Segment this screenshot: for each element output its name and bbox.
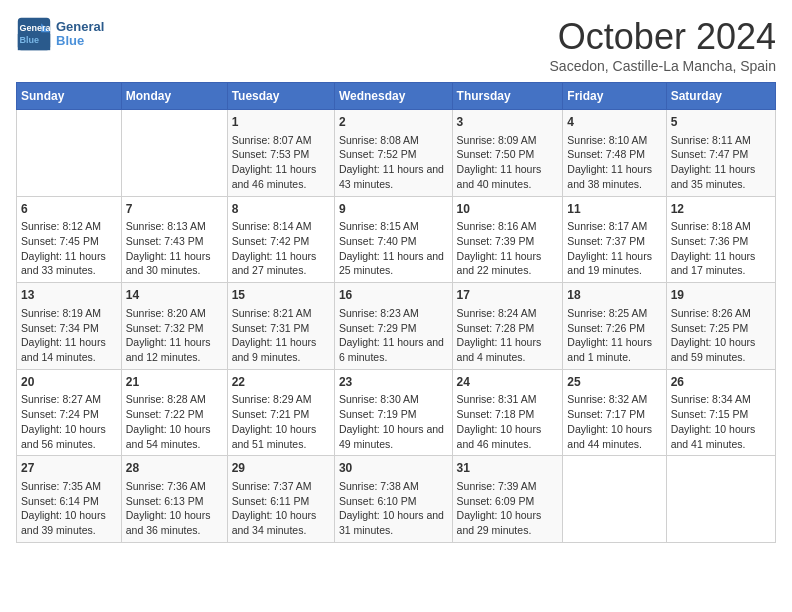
day-number: 15 [232,287,330,304]
calendar-cell: 8Sunrise: 8:14 AMSunset: 7:42 PMDaylight… [227,196,334,283]
day-info: Sunrise: 8:14 AMSunset: 7:42 PMDaylight:… [232,219,330,278]
week-row-1: 6Sunrise: 8:12 AMSunset: 7:45 PMDaylight… [17,196,776,283]
day-info: Sunrise: 8:12 AMSunset: 7:45 PMDaylight:… [21,219,117,278]
day-info: Sunrise: 8:32 AMSunset: 7:17 PMDaylight:… [567,392,661,451]
day-info: Sunrise: 8:19 AMSunset: 7:34 PMDaylight:… [21,306,117,365]
day-info: Sunrise: 8:17 AMSunset: 7:37 PMDaylight:… [567,219,661,278]
calendar-cell: 23Sunrise: 8:30 AMSunset: 7:19 PMDayligh… [334,369,452,456]
day-number: 18 [567,287,661,304]
calendar-cell: 3Sunrise: 8:09 AMSunset: 7:50 PMDaylight… [452,110,563,197]
logo-line1: General [56,20,104,34]
day-info: Sunrise: 8:07 AMSunset: 7:53 PMDaylight:… [232,133,330,192]
day-info: Sunrise: 8:27 AMSunset: 7:24 PMDaylight:… [21,392,117,451]
calendar-cell [121,110,227,197]
calendar-cell [17,110,122,197]
day-number: 2 [339,114,448,131]
days-header-row: SundayMondayTuesdayWednesdayThursdayFrid… [17,83,776,110]
day-number: 17 [457,287,559,304]
day-number: 4 [567,114,661,131]
header-friday: Friday [563,83,666,110]
day-info: Sunrise: 7:39 AMSunset: 6:09 PMDaylight:… [457,479,559,538]
calendar-cell: 18Sunrise: 8:25 AMSunset: 7:26 PMDayligh… [563,283,666,370]
day-info: Sunrise: 8:25 AMSunset: 7:26 PMDaylight:… [567,306,661,365]
day-info: Sunrise: 8:11 AMSunset: 7:47 PMDaylight:… [671,133,771,192]
day-info: Sunrise: 8:15 AMSunset: 7:40 PMDaylight:… [339,219,448,278]
calendar-cell: 30Sunrise: 7:38 AMSunset: 6:10 PMDayligh… [334,456,452,543]
day-info: Sunrise: 8:21 AMSunset: 7:31 PMDaylight:… [232,306,330,365]
day-number: 13 [21,287,117,304]
calendar-cell: 25Sunrise: 8:32 AMSunset: 7:17 PMDayligh… [563,369,666,456]
week-row-2: 13Sunrise: 8:19 AMSunset: 7:34 PMDayligh… [17,283,776,370]
day-info: Sunrise: 8:28 AMSunset: 7:22 PMDaylight:… [126,392,223,451]
calendar-cell: 7Sunrise: 8:13 AMSunset: 7:43 PMDaylight… [121,196,227,283]
svg-text:Blue: Blue [20,35,40,45]
day-info: Sunrise: 8:26 AMSunset: 7:25 PMDaylight:… [671,306,771,365]
day-info: Sunrise: 8:13 AMSunset: 7:43 PMDaylight:… [126,219,223,278]
calendar-cell [666,456,775,543]
day-info: Sunrise: 7:37 AMSunset: 6:11 PMDaylight:… [232,479,330,538]
svg-text:General: General [20,23,52,33]
day-info: Sunrise: 8:10 AMSunset: 7:48 PMDaylight:… [567,133,661,192]
day-number: 14 [126,287,223,304]
day-info: Sunrise: 8:20 AMSunset: 7:32 PMDaylight:… [126,306,223,365]
day-number: 29 [232,460,330,477]
day-info: Sunrise: 8:18 AMSunset: 7:36 PMDaylight:… [671,219,771,278]
calendar-cell: 11Sunrise: 8:17 AMSunset: 7:37 PMDayligh… [563,196,666,283]
day-number: 16 [339,287,448,304]
day-number: 31 [457,460,559,477]
day-number: 28 [126,460,223,477]
calendar-cell: 22Sunrise: 8:29 AMSunset: 7:21 PMDayligh… [227,369,334,456]
calendar-cell: 24Sunrise: 8:31 AMSunset: 7:18 PMDayligh… [452,369,563,456]
logo-line2: Blue [56,34,104,48]
week-row-4: 27Sunrise: 7:35 AMSunset: 6:14 PMDayligh… [17,456,776,543]
day-info: Sunrise: 8:31 AMSunset: 7:18 PMDaylight:… [457,392,559,451]
header-monday: Monday [121,83,227,110]
page-header: General Blue General Blue October 2024 S… [16,16,776,74]
day-number: 24 [457,374,559,391]
calendar-title: October 2024 [550,16,776,58]
day-info: Sunrise: 8:30 AMSunset: 7:19 PMDaylight:… [339,392,448,451]
day-number: 19 [671,287,771,304]
week-row-0: 1Sunrise: 8:07 AMSunset: 7:53 PMDaylight… [17,110,776,197]
day-number: 1 [232,114,330,131]
logo-icon: General Blue [16,16,52,52]
title-block: October 2024 Sacedon, Castille-La Mancha… [550,16,776,74]
week-row-3: 20Sunrise: 8:27 AMSunset: 7:24 PMDayligh… [17,369,776,456]
calendar-cell: 16Sunrise: 8:23 AMSunset: 7:29 PMDayligh… [334,283,452,370]
day-number: 21 [126,374,223,391]
calendar-cell: 20Sunrise: 8:27 AMSunset: 7:24 PMDayligh… [17,369,122,456]
calendar-cell: 27Sunrise: 7:35 AMSunset: 6:14 PMDayligh… [17,456,122,543]
calendar-subtitle: Sacedon, Castille-La Mancha, Spain [550,58,776,74]
day-info: Sunrise: 8:23 AMSunset: 7:29 PMDaylight:… [339,306,448,365]
logo: General Blue General Blue [16,16,104,52]
calendar-cell: 21Sunrise: 8:28 AMSunset: 7:22 PMDayligh… [121,369,227,456]
day-number: 23 [339,374,448,391]
day-info: Sunrise: 8:34 AMSunset: 7:15 PMDaylight:… [671,392,771,451]
day-info: Sunrise: 7:35 AMSunset: 6:14 PMDaylight:… [21,479,117,538]
day-info: Sunrise: 7:36 AMSunset: 6:13 PMDaylight:… [126,479,223,538]
calendar-cell: 9Sunrise: 8:15 AMSunset: 7:40 PMDaylight… [334,196,452,283]
calendar-cell: 4Sunrise: 8:10 AMSunset: 7:48 PMDaylight… [563,110,666,197]
calendar-cell: 29Sunrise: 7:37 AMSunset: 6:11 PMDayligh… [227,456,334,543]
header-tuesday: Tuesday [227,83,334,110]
calendar-cell: 31Sunrise: 7:39 AMSunset: 6:09 PMDayligh… [452,456,563,543]
header-thursday: Thursday [452,83,563,110]
day-number: 11 [567,201,661,218]
calendar-cell: 26Sunrise: 8:34 AMSunset: 7:15 PMDayligh… [666,369,775,456]
calendar-cell: 19Sunrise: 8:26 AMSunset: 7:25 PMDayligh… [666,283,775,370]
calendar-cell: 17Sunrise: 8:24 AMSunset: 7:28 PMDayligh… [452,283,563,370]
day-info: Sunrise: 8:16 AMSunset: 7:39 PMDaylight:… [457,219,559,278]
day-number: 12 [671,201,771,218]
calendar-cell: 5Sunrise: 8:11 AMSunset: 7:47 PMDaylight… [666,110,775,197]
day-info: Sunrise: 7:38 AMSunset: 6:10 PMDaylight:… [339,479,448,538]
day-number: 6 [21,201,117,218]
day-number: 8 [232,201,330,218]
day-info: Sunrise: 8:08 AMSunset: 7:52 PMDaylight:… [339,133,448,192]
day-number: 9 [339,201,448,218]
day-info: Sunrise: 8:24 AMSunset: 7:28 PMDaylight:… [457,306,559,365]
day-number: 30 [339,460,448,477]
day-info: Sunrise: 8:09 AMSunset: 7:50 PMDaylight:… [457,133,559,192]
calendar-cell: 14Sunrise: 8:20 AMSunset: 7:32 PMDayligh… [121,283,227,370]
day-number: 26 [671,374,771,391]
calendar-cell: 28Sunrise: 7:36 AMSunset: 6:13 PMDayligh… [121,456,227,543]
